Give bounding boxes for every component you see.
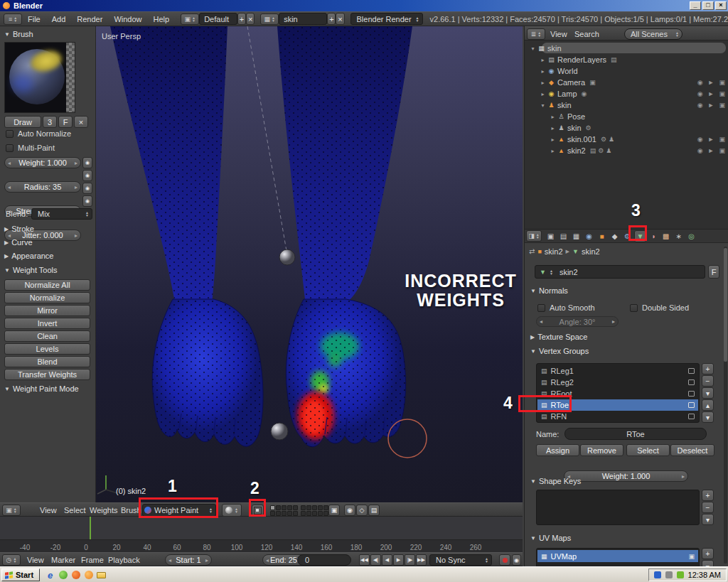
disclosure-icon[interactable]: ▸ [549,125,557,131]
scene-field[interactable]: skin [279,13,327,25]
timeline-editor[interactable]: -40 -20 0 20 40 60 80 100 120 140 160 18… [0,517,523,566]
start-frame-field[interactable]: Start: 1 [165,554,212,566]
disclosure-icon[interactable]: ▸ [539,91,547,97]
sync-dropdown[interactable]: No Sync [429,554,492,566]
brush-count-button[interactable]: 3 [43,116,57,128]
remove-uvmap-button[interactable]: − [702,560,714,566]
curve-panel-header[interactable]: ▶Curve [4,238,33,247]
lock-icon[interactable] [688,391,695,397]
next-keyframe-button[interactable]: |▶ [405,554,415,566]
lock-icon[interactable] [688,379,695,385]
timeline-ruler[interactable]: -40 -20 0 20 40 60 80 100 120 140 160 18… [0,539,523,552]
vertex-group-row[interactable]: ▤RFN [537,411,698,422]
restriction-toggles[interactable]: ◉►▣ [697,79,725,86]
lock-icon[interactable] [688,414,695,419]
screen-layout-field[interactable]: Default [199,13,237,25]
shape-keys-panel-header[interactable]: ▼Shape Keys [530,477,581,485]
viewport-canvas[interactable] [96,26,523,502]
jitter-pressure-button[interactable]: ◉ [82,195,92,207]
lock-icon[interactable] [688,368,695,374]
info-editor-icon[interactable]: ≡ [4,14,22,25]
render-engine-dropdown[interactable]: Blender Render [350,13,423,25]
jump-to-end-button[interactable]: ▶▶ [416,554,427,566]
render-layers-tab-icon[interactable]: ▤ [557,230,569,242]
viewport-shading-dropdown[interactable] [222,504,242,517]
auto-normalize-checkbox[interactable] [6,130,14,138]
disclosure-icon[interactable]: ▸ [549,114,557,120]
screen-layout-browse-icon[interactable]: ▣ [181,14,199,25]
close-button[interactable]: × [715,1,727,10]
outliner-row-armature-data[interactable]: ▸ ♟ skin ⚙ [525,122,728,134]
shapekey-specials-button[interactable]: ▾ [702,514,714,525]
weight-paint-mode-panel-header[interactable]: ▼Weight Paint Mode [4,384,79,393]
object-tab-icon[interactable]: ■ [596,230,608,242]
uv-map-row-selected[interactable]: ▦ UVMap ▣ [537,550,698,562]
auto-normalize-row[interactable]: Auto Normalize [6,129,71,138]
maximize-button[interactable]: □ [702,1,714,10]
move-vgroup-down-button[interactable]: ▾ [702,411,714,423]
draw-button[interactable]: Draw [4,116,41,128]
menu-add[interactable]: Add [46,15,72,23]
vertex-group-row[interactable]: ▤RLeg1 [537,365,698,377]
assign-button[interactable]: Assign [536,444,579,456]
deselect-button[interactable]: Deselect [670,444,714,456]
vertex-groups-list[interactable]: ▤RLeg1 ▤RLeg2 ▤RFoot ▤RToe ▤RFN [536,363,700,423]
auto-smooth-row[interactable]: Auto Smooth [537,303,595,312]
current-frame-field[interactable]: 0 [297,554,351,566]
menu-render[interactable]: Render [71,15,108,23]
vgroup-weight-slider[interactable]: Weight: 1.000 [564,470,688,482]
restriction-toggles[interactable]: ◉►▣ [697,136,725,143]
mirror-button[interactable]: Mirror [4,305,90,316]
snap-target-icon[interactable]: ◇ [356,505,368,516]
multi-paint-checkbox[interactable] [6,144,14,152]
outliner-row-world[interactable]: ▸ ◉ World [525,65,728,77]
restriction-toggles[interactable]: ◉►▣ [697,102,725,109]
blend-dropdown[interactable]: Mix [31,208,92,220]
restriction-toggles[interactable]: ◉►▣ [697,147,725,154]
outliner-row-skin2[interactable]: ▸ ▲ skin2 ▤⚙♟ ◉►▣ [525,145,728,156]
outliner-row-lamp[interactable]: ▸ ◉ Lamp ◉ ◉►▣ [525,88,728,99]
brush-unlink-button[interactable]: × [74,116,88,128]
outliner-row-scene[interactable]: ▾ ▦ skin [525,43,728,54]
volume-icon[interactable] [665,571,673,578]
disclosure-icon[interactable]: ▸ [539,80,547,86]
minimize-button[interactable]: _ [690,1,701,10]
texture-space-panel-header[interactable]: ▶Texture Space [530,333,587,341]
restriction-toggles[interactable]: ◉►▣ [697,90,725,97]
menu-window[interactable]: Window [108,15,147,23]
outliner-search-menu[interactable]: Search [569,30,605,38]
timeline-playback-menu[interactable]: Playback [102,556,146,564]
levels-button[interactable]: Levels [4,343,90,355]
timeline-editor-icon[interactable]: ◷ [2,554,21,566]
add-scene-button[interactable]: + [327,13,336,25]
strength-pressure-button[interactable]: ◉ [82,183,92,194]
scenes-filter-dropdown[interactable]: All Scenes [624,28,682,40]
appearance-panel-header[interactable]: ▶Appearance [4,252,53,260]
window-titlebar[interactable]: Blender _ □ × [0,0,728,11]
outliner-editor-icon[interactable]: ≣ [527,28,545,40]
start-button[interactable]: Start [1,568,40,581]
transfer-weights-button[interactable]: Transfer Weights [4,369,90,380]
properties-scrollbar[interactable] [724,247,727,564]
network-icon[interactable] [654,571,661,578]
scrollbar-thumb[interactable] [724,248,727,362]
play-button[interactable]: ▶ [393,554,404,566]
render-tab-icon[interactable]: ▣ [545,230,557,242]
weight-tools-panel-header[interactable]: ▼Weight Tools [4,266,58,274]
disclosure-icon[interactable]: ▸ [539,68,547,75]
select-button[interactable]: Select [626,444,670,456]
outliner-row-pose[interactable]: ▸ ♙ Pose [525,111,728,122]
shape-keys-list[interactable] [536,490,700,525]
blend-button[interactable]: Blend [4,356,90,367]
add-vgroup-button[interactable]: + [702,363,714,374]
add-shapekey-button[interactable]: + [702,490,714,501]
normalize-button[interactable]: Normalize [4,292,90,303]
firefox-icon[interactable] [70,569,82,581]
material-tab-icon[interactable]: ◑ [647,230,659,242]
layers-widget[interactable] [270,505,328,516]
scene-tab-icon[interactable]: ▦ [570,230,582,242]
view3d-editor-icon[interactable]: ▣ [2,505,21,516]
mesh-name-field[interactable]: ▼ skin2 [535,265,705,279]
move-vgroup-up-button[interactable]: ▴ [702,399,714,411]
invert-button[interactable]: Invert [4,318,90,329]
